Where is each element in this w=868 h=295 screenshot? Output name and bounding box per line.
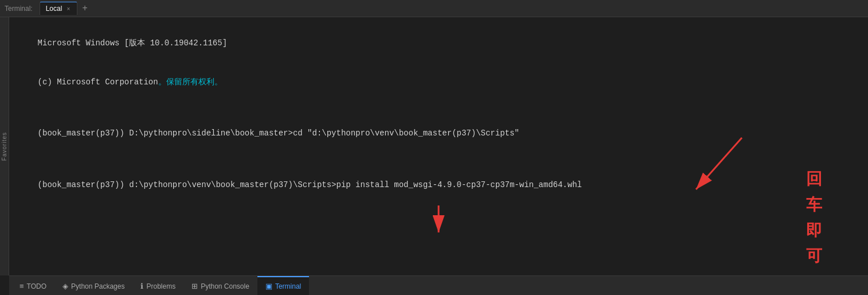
terminal-label: Terminal: xyxy=(5,5,33,13)
python-console-icon: ⊞ xyxy=(191,282,198,290)
terminal-line-6: (book_master(p37)) d:\pythonpro\venv\boo… xyxy=(18,165,859,204)
tab-python-console[interactable]: ⊞ Python Console xyxy=(183,276,257,295)
tab-todo[interactable]: ≡ TODO xyxy=(11,276,54,295)
terminal-content[interactable]: Microsoft Windows [版本 10.0.19042.1165] (… xyxy=(9,17,868,275)
favorites-label: Favorites xyxy=(1,132,7,161)
favorites-strip: Favorites xyxy=(0,17,9,275)
tab-todo-label: TODO xyxy=(27,282,46,290)
local-tab[interactable]: Local × xyxy=(40,2,78,15)
tab-terminal[interactable]: ▣ Terminal xyxy=(257,276,309,295)
bottom-tab-bar: ≡ TODO ◈ Python Packages ℹ Problems ⊞ Py… xyxy=(9,275,868,295)
tab-problems-label: Problems xyxy=(146,282,175,290)
terminal-line-1: Microsoft Windows [版本 10.0.19042.1165] xyxy=(18,24,859,63)
local-tab-label: Local xyxy=(46,5,62,13)
top-tab-bar: Terminal: Local × + xyxy=(0,0,868,17)
problems-icon: ℹ xyxy=(140,282,143,290)
tab-problems[interactable]: ℹ Problems xyxy=(132,276,183,295)
terminal-line-4: (book_master(p37)) D:\pythonpro\sideline… xyxy=(18,114,859,153)
terminal-line-5 xyxy=(18,153,859,165)
tab-python-packages[interactable]: ◈ Python Packages xyxy=(54,276,132,295)
bottom-arrow-container xyxy=(421,203,456,241)
terminal-line-2: (c) Microsoft Corporation。保留所有权利。 xyxy=(18,63,859,101)
python-packages-icon: ◈ xyxy=(62,282,68,290)
tab-terminal-label: Terminal xyxy=(275,282,301,290)
terminal-icon: ▣ xyxy=(265,282,272,290)
add-tab-button[interactable]: + xyxy=(80,3,90,14)
bottom-arrow-icon xyxy=(421,203,456,237)
close-tab-icon[interactable]: × xyxy=(65,6,71,12)
tab-python-packages-label: Python Packages xyxy=(71,282,124,290)
todo-icon: ≡ xyxy=(19,282,24,290)
terminal-line-3 xyxy=(18,101,859,114)
tab-python-console-label: Python Console xyxy=(201,282,249,290)
